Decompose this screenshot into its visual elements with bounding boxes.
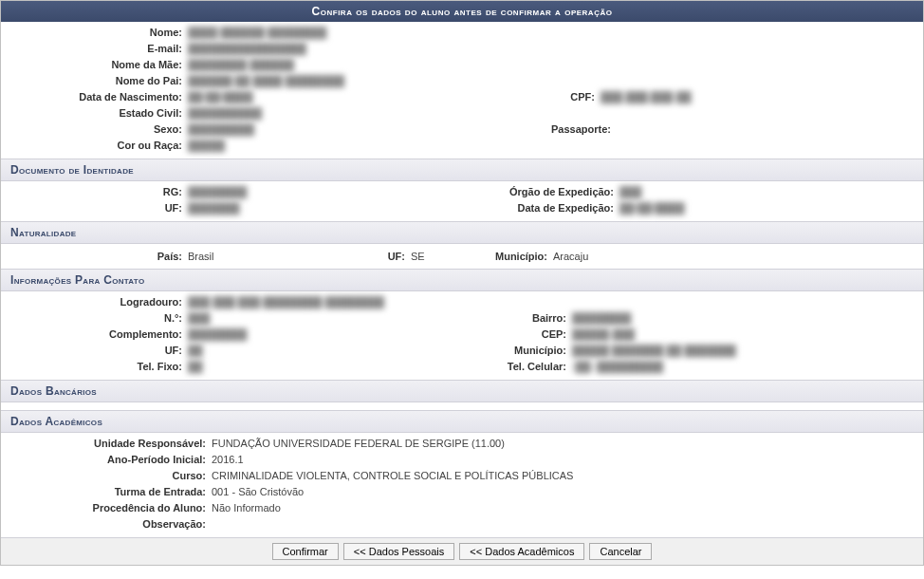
numero-value: ███ bbox=[186, 312, 513, 324]
telfixo-value: ██ bbox=[186, 361, 480, 372]
bancarios-header: Dados Bancários bbox=[1, 380, 923, 402]
unidade-value: FUNDAÇÃO UNIVERSIDADE FEDERAL DE SERGIPE… bbox=[210, 438, 505, 449]
procedencia-value: Não Informado bbox=[210, 502, 281, 514]
sexo-label: Sexo: bbox=[1, 123, 186, 135]
nat-uf-value: SE bbox=[409, 251, 466, 262]
contato-municipio-label: Município: bbox=[490, 345, 570, 356]
student-confirm-panel: Confira os dados do aluno antes de confi… bbox=[0, 0, 924, 566]
cor-value: █████ bbox=[186, 140, 225, 151]
email-label: E-mail: bbox=[1, 43, 186, 54]
nome-value: ████ ██████ ████████ bbox=[186, 27, 326, 38]
pais-value: Brasil bbox=[186, 251, 376, 262]
bancarios-section bbox=[1, 402, 923, 410]
naturalidade-section: País: Brasil UF: SE Município: Aracaju bbox=[1, 244, 923, 269]
bairro-label: Bairro: bbox=[513, 312, 570, 324]
complemento-value: ████████ bbox=[186, 328, 513, 340]
pais-label: País: bbox=[1, 251, 186, 262]
doc-uf-label: UF: bbox=[1, 202, 186, 214]
sexo-value: █████████ bbox=[186, 123, 551, 135]
naturalidade-header: Naturalidade bbox=[1, 221, 923, 244]
nome-pai-value: ██████ ██ ████ ████████ bbox=[186, 75, 344, 86]
nome-mae-value: ████████ ██████ bbox=[186, 59, 294, 70]
nascimento-label: Data de Nascimento: bbox=[1, 91, 186, 103]
cpf-label: CPF: bbox=[551, 91, 599, 103]
numero-label: N.°: bbox=[1, 312, 186, 324]
nome-label: Nome: bbox=[1, 27, 186, 38]
contato-header: Informações Para Contato bbox=[1, 269, 923, 291]
bairro-value: ████████ bbox=[570, 312, 631, 324]
telcel-label: Tel. Celular: bbox=[480, 361, 570, 372]
nat-municipio-label: Município: bbox=[466, 251, 551, 262]
cor-label: Cor ou Raça: bbox=[1, 140, 186, 151]
nat-uf-label: UF: bbox=[376, 251, 409, 262]
orgao-label: Órgão de Expedição: bbox=[461, 186, 618, 197]
logradouro-label: Logradouro: bbox=[1, 296, 186, 308]
rg-value: ████████ bbox=[186, 186, 461, 197]
data-exp-value: ██/██/████ bbox=[618, 202, 684, 214]
title-bar: Confira os dados do aluno antes de confi… bbox=[1, 1, 923, 22]
curso-value: CRIMINALIDADE VIOLENTA, CONTROLE SOCIAL … bbox=[210, 470, 573, 481]
telcel-value: (██) █████████ bbox=[570, 361, 663, 372]
turma-value: 001 - São Cristóvão bbox=[210, 486, 304, 497]
curso-label: Curso: bbox=[1, 470, 210, 481]
logradouro-value: ███ ███ ███ ████████ ████████ bbox=[186, 296, 384, 308]
nome-mae-label: Nome da Mãe: bbox=[1, 59, 186, 70]
academicos-section: Unidade Responsável: FUNDAÇÃO UNIVERSIDA… bbox=[1, 433, 923, 537]
nome-pai-label: Nome do Pai: bbox=[1, 75, 186, 86]
unidade-label: Unidade Responsável: bbox=[1, 438, 210, 449]
data-exp-label: Data de Expedição: bbox=[461, 202, 618, 214]
cancelar-button[interactable]: Cancelar bbox=[589, 543, 652, 560]
contato-section: Logradouro: ███ ███ ███ ████████ ███████… bbox=[1, 291, 923, 380]
doc-uf-value: ███████ bbox=[186, 202, 461, 214]
estado-civil-value: ██████████ bbox=[186, 107, 262, 119]
personal-section: Nome: ████ ██████ ████████ E-mail: █████… bbox=[1, 22, 923, 159]
observacao-label: Observação: bbox=[1, 518, 210, 530]
confirmar-button[interactable]: Confirmar bbox=[272, 543, 339, 560]
turma-label: Turma de Entrada: bbox=[1, 486, 210, 497]
estado-civil-label: Estado Civil: bbox=[1, 107, 186, 119]
passaporte-label: Passaporte: bbox=[551, 123, 599, 135]
nat-municipio-value: Aracaju bbox=[551, 251, 588, 262]
procedencia-label: Procedência do Aluno: bbox=[1, 502, 210, 514]
complemento-label: Complemento: bbox=[1, 328, 186, 340]
contato-municipio-value: █████ ███████ ██ ███████ bbox=[570, 345, 736, 356]
dados-pessoais-button[interactable]: << Dados Pessoais bbox=[343, 543, 454, 560]
contato-uf-label: UF: bbox=[1, 345, 186, 356]
cep-label: CEP: bbox=[513, 328, 570, 340]
cep-value: █████-███ bbox=[570, 328, 635, 340]
documento-header: Documento de Identidade bbox=[1, 159, 923, 181]
ano-label: Ano-Período Inicial: bbox=[1, 454, 210, 465]
academicos-header: Dados Acadêmicos bbox=[1, 410, 923, 433]
contato-uf-value: ██ bbox=[186, 345, 490, 356]
cpf-value: ███.███.███-██ bbox=[599, 91, 692, 103]
rg-label: RG: bbox=[1, 186, 186, 197]
email-value: ████████████████ bbox=[186, 43, 306, 54]
ano-value: 2016.1 bbox=[210, 454, 244, 465]
telfixo-label: Tel. Fixo: bbox=[1, 361, 186, 372]
documento-section: RG: ████████ Órgão de Expedição: ███ UF:… bbox=[1, 181, 923, 221]
dados-academicos-button[interactable]: << Dados Acadêmicos bbox=[459, 543, 584, 560]
nascimento-value: ██/██/████ bbox=[186, 91, 551, 103]
orgao-value: ███ bbox=[618, 186, 641, 197]
footer-actions: Confirmar << Dados Pessoais << Dados Aca… bbox=[1, 537, 923, 565]
